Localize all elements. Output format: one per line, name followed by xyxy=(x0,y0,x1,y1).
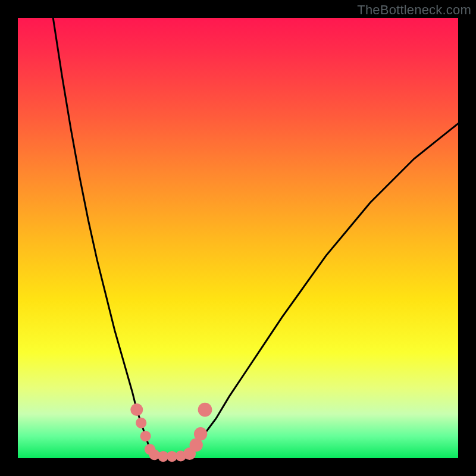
frame: TheBottleneck.com xyxy=(0,0,476,476)
curve-right-branch xyxy=(194,124,458,450)
marker-dot xyxy=(136,418,146,428)
marker-dot xyxy=(198,403,212,417)
plot-area xyxy=(18,18,458,458)
watermark-text: TheBottleneck.com xyxy=(357,2,471,18)
curve-left-branch xyxy=(53,18,150,449)
marker-group xyxy=(130,403,212,462)
chart-svg xyxy=(18,18,458,458)
marker-dot xyxy=(130,403,143,416)
marker-dot xyxy=(140,431,151,441)
marker-dot xyxy=(194,427,207,440)
